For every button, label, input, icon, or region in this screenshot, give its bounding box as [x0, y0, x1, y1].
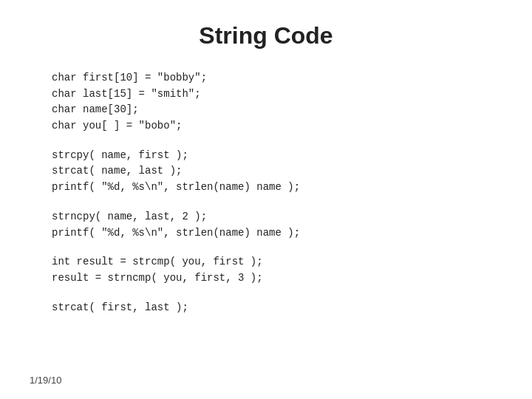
code-section-strcat: strcat( first, last );	[52, 300, 502, 316]
code-block: char first[10] = "bobby"; char last[15] …	[52, 70, 502, 316]
code-section-declarations: char first[10] = "bobby"; char last[15] …	[52, 70, 502, 134]
code-section-strcpy: strcpy( name, first ); strcat( name, las…	[52, 148, 502, 196]
code-line: char you[ ] = "bobo";	[52, 118, 502, 134]
code-line: char first[10] = "bobby";	[52, 70, 502, 86]
code-line: char last[15] = "smith";	[52, 86, 502, 103]
code-section-strcmp: int result = strcmp( you, first ); resul…	[52, 254, 502, 286]
code-line: result = strncmp( you, first, 3 );	[52, 270, 502, 287]
code-line: strncpy( name, last, 2 );	[52, 209, 502, 225]
code-line: printf( "%d, %s\n", strlen(name) name );	[52, 225, 502, 242]
code-line: printf( "%d, %s\n", strlen(name) name );	[52, 180, 502, 196]
code-section-strncpy: strncpy( name, last, 2 ); printf( "%d, %…	[52, 209, 502, 241]
slide-footer: 1/19/10	[30, 375, 61, 386]
code-line: strcat( name, last );	[52, 163, 502, 180]
code-line: strcpy( name, first );	[52, 148, 502, 164]
code-line: char name[30];	[52, 102, 502, 118]
slide-title: String Code	[30, 22, 502, 50]
code-line: int result = strcmp( you, first );	[52, 254, 502, 270]
slide: String Code char first[10] = "bobby"; ch…	[0, 0, 532, 399]
code-line: strcat( first, last );	[52, 300, 502, 316]
